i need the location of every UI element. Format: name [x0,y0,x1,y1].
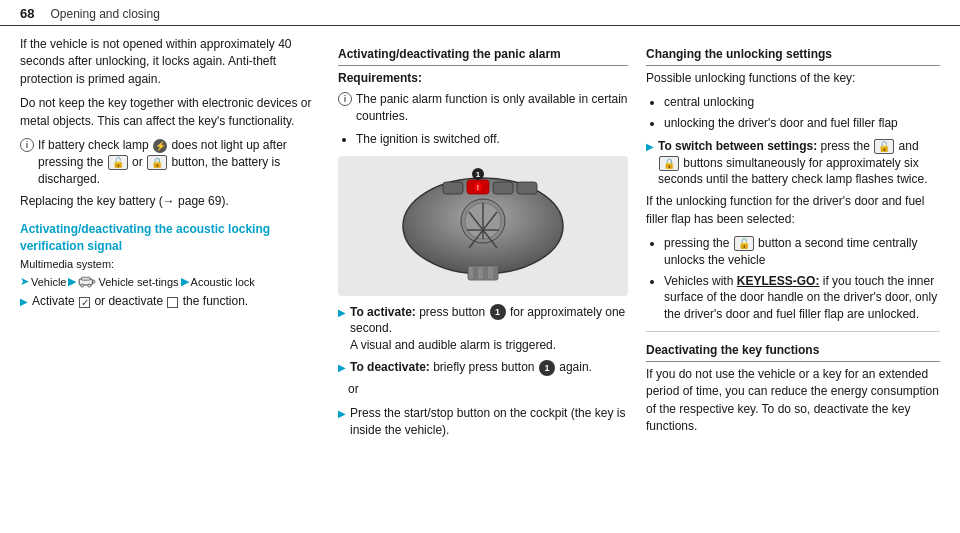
unlock-btn-r: 🔓 [874,139,894,154]
bullet-icon: ▶ [20,295,28,310]
battery-info-block: i If battery check lamp ⚡ does not light… [20,137,320,187]
switch-text-block: To switch between settings: press the 🔓 … [658,138,940,188]
activate-result: A visual and audible alarm is triggered. [350,338,556,352]
req-info-block: i The panic alarm function is only avail… [338,91,628,125]
left-column: If the vehicle is not opened within appr… [20,36,320,444]
right-column: Changing the unlocking settings Possible… [646,36,940,444]
panic-alarm-heading: Activating/deactivating the panic alarm [338,46,628,66]
deact-text: If you do not use the vehicle or a key f… [646,366,940,436]
selected-text: If the unlocking function for the driver… [646,193,940,228]
activate-deactivate-item: ▶ Activate or deactivate the function. [20,293,320,310]
replacing-text: Replacing the key battery (→ page 69). [20,193,320,210]
switch-bullet-icon: ▶ [646,140,654,188]
svg-rect-12 [443,182,463,194]
multimedia-label: Multimedia system: [20,258,114,270]
press-start-item: ▶ Press the start/stop button on the coc… [338,405,628,439]
activate-item: ▶ To activate: press button 1 for approx… [338,304,628,354]
key-image: ! 1 [383,166,583,286]
svg-rect-18 [493,182,513,194]
path-row: ➤ Vehicle ▶ Vehicle set-tings ▶ Acoustic… [20,275,320,288]
page-title: Opening and closing [50,7,159,21]
middle-column: Activating/deactivating the panic alarm … [338,36,628,444]
lamp-icon: ⚡ [153,139,167,153]
switch-text3: buttons simultaneously for approximately… [658,156,927,187]
deactivate-bullet-icon: ▶ [338,361,346,376]
arrow-icon-1: ➤ [20,275,29,288]
columns-wrapper: If the vehicle is not opened within appr… [0,36,960,444]
keyless-item: Vehicles with KEYLESS-GO: if you touch t… [664,273,940,323]
path-settings: Vehicle set-tings [98,276,178,288]
deactivate-text-block: To deactivate: briefly press button 1 ag… [350,359,592,376]
lock-btn-icon: 🔒 [147,155,167,170]
unlock-btn-r2: 🔓 [734,236,754,251]
switch-heading: To switch between settings: [658,139,817,153]
intro-text-2: Do not keep the key together with electr… [20,95,320,130]
activate-text: press button [419,305,485,319]
path-vehicle: Vehicle [31,276,66,288]
unlock-btn-icon: 🔓 [108,155,128,170]
svg-point-1 [81,284,84,287]
arrow-icon-3: ▶ [181,275,189,288]
deactivate-text: briefly press button [433,360,534,374]
lock-btn-r: 🔒 [659,156,679,171]
activate-heading: To activate: [350,305,416,319]
activate-text-block: To activate: press button 1 for approxim… [350,304,628,354]
req-list: The ignition is switched off. [338,131,628,148]
selected-list: pressing the 🔓 button a second time cent… [646,235,940,323]
unlocking-list: central unlocking unlocking the driver's… [646,94,940,132]
page-header: 68 Opening and closing [0,0,960,26]
multimedia-path: Multimedia system: [20,258,320,270]
intro-text-1: If the vehicle is not opened within appr… [20,36,320,88]
press-start-bullet: ▶ [338,407,346,439]
section1-heading: Activating/deactivating the acoustic loc… [20,221,320,255]
keyless-brand: KEYLESS-GO: [737,274,820,288]
page-number: 68 [20,6,34,21]
unlock-bullet-1: central unlocking [664,94,940,111]
vehicle-settings-icon [78,276,96,288]
key-image-container: ! 1 [338,156,628,296]
deactivating-heading: Deactivating the key functions [646,342,940,362]
path-acoustic: Acoustic lock [191,276,255,288]
deactivate-text2: again. [559,360,592,374]
button-1-circle-2: 1 [539,360,555,376]
divider [646,331,940,332]
switch-text2: and [899,139,919,153]
svg-rect-4 [93,280,95,283]
press-start-text: Press the start/stop button on the cockp… [350,405,628,439]
req-info-text: The panic alarm function is only availab… [356,91,628,125]
unlocking-settings-heading: Changing the unlocking settings [646,46,940,66]
svg-text:!: ! [477,184,479,191]
svg-rect-19 [517,182,537,194]
svg-text:1: 1 [476,170,481,179]
button-1-circle: 1 [490,304,506,320]
svg-rect-23 [493,266,498,280]
info-icon-req: i [338,92,352,106]
battery-info-text: If battery check lamp ⚡ does not light u… [38,137,320,187]
possible-text: Possible unlocking functions of the key: [646,70,940,87]
req-bullet: The ignition is switched off. [356,131,628,148]
unlock-bullet-2: unlocking the driver's door and fuel fil… [664,115,940,132]
page-container: 68 Opening and closing If the vehicle is… [0,0,960,533]
activate-deactivate-text: Activate or deactivate the function. [32,293,248,310]
deactivate-item: ▶ To deactivate: briefly press button 1 … [338,359,628,376]
svg-rect-3 [82,277,90,280]
switch-settings-item: ▶ To switch between settings: press the … [646,138,940,188]
deactivate-heading: To deactivate: [350,360,430,374]
switch-text: press the [820,139,869,153]
info-icon-battery: i [20,138,34,152]
svg-point-2 [88,284,91,287]
svg-rect-22 [483,266,488,280]
req-label: Requirements: [338,70,628,87]
svg-rect-21 [473,266,478,280]
arrow-icon-2: ▶ [68,275,76,288]
checkbox-empty-icon [167,297,178,308]
activate-bullet-icon: ▶ [338,306,346,354]
checkbox-checked-icon [79,297,90,308]
press-second-item: pressing the 🔓 button a second time cent… [664,235,940,269]
or-text: or [348,381,628,398]
